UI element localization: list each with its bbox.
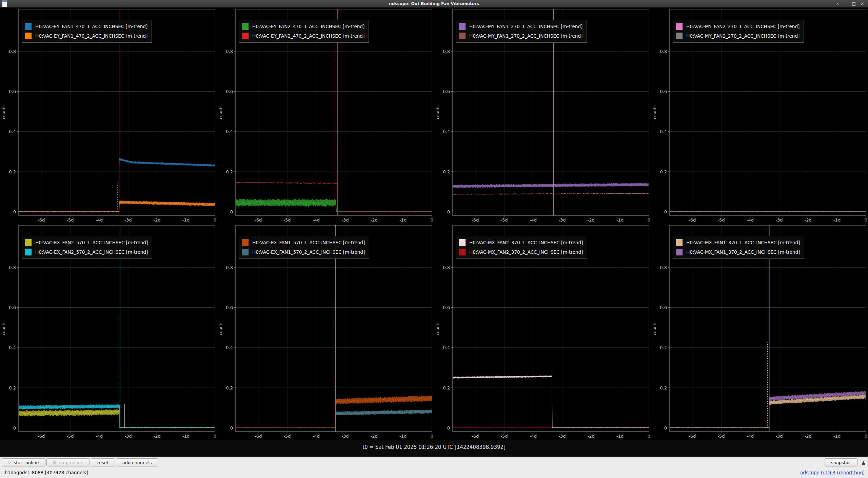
channel-name: H0:VAC-EX_FAN1_570_2_ACC_INCHSEC [m-tren… <box>252 249 365 255</box>
svg-text:0.8: 0.8 <box>443 265 450 270</box>
svg-text:-5d: -5d <box>717 434 725 439</box>
svg-text:0.6: 0.6 <box>9 305 16 310</box>
svg-text:counts: counts <box>218 322 223 335</box>
add-channels-button[interactable]: add channels <box>116 458 158 466</box>
svg-text:-3d: -3d <box>775 434 783 439</box>
svg-text:0.6: 0.6 <box>660 89 667 94</box>
legend-swatch-icon <box>459 239 466 246</box>
svg-text:-5d: -5d <box>283 217 291 223</box>
svg-text:-5d: -5d <box>500 434 508 439</box>
legend-entry: H0:VAC-MY_FAN2_270_2_ACC_INCHSEC [m-tren… <box>676 31 800 41</box>
svg-text:-6d: -6d <box>689 434 696 439</box>
minimize-window-icon[interactable]: − <box>844 0 847 7</box>
channel-name: H0:VAC-EY_FAN1_470_1_ACC_INCHSEC [m-tren… <box>35 24 147 29</box>
plot-7[interactable]: -6d-5d-4d-3d-2d-1d000.20.40.60.8countsH0… <box>434 224 651 440</box>
channel-name: H0:VAC-MX_FAN2_370_2_ACC_INCHSEC [m-tren… <box>469 249 583 255</box>
svg-text:0: 0 <box>230 425 233 431</box>
start-online-button[interactable]: ▷ start online <box>2 458 45 466</box>
svg-text:0.8: 0.8 <box>660 265 667 270</box>
svg-text:0: 0 <box>214 217 216 223</box>
svg-text:0.8: 0.8 <box>9 265 16 270</box>
close-window-icon[interactable]: ✕ <box>861 0 864 7</box>
plot-8[interactable]: -6d-5d-4d-3d-2d-1d000.20.40.60.8countsH0… <box>651 224 868 440</box>
title-bar[interactable]: ndscope: Out Building Fan Vibrometers ∧ … <box>0 0 868 8</box>
svg-text:0.4: 0.4 <box>443 345 450 350</box>
legend-swatch-icon <box>25 33 32 39</box>
legend-swatch-icon <box>676 239 683 246</box>
version-link[interactable]: 0.19.3 <box>821 470 835 475</box>
stop-online-button[interactable]: ■ stop online <box>46 458 90 466</box>
svg-text:-5d: -5d <box>66 434 74 439</box>
bottom-panel: ▷ start online ■ stop online reset add c… <box>0 457 868 478</box>
channel-name: H0:VAC-MX_FAN1_370_1_ACC_INCHSEC [m-tren… <box>686 240 800 245</box>
svg-text:0: 0 <box>13 425 16 431</box>
svg-text:0: 0 <box>664 425 667 431</box>
ndscope-link[interactable]: ndscope <box>800 470 820 475</box>
svg-text:0.6: 0.6 <box>9 89 16 94</box>
legend-plot-7[interactable]: H0:VAC-MX_FAN2_370_1_ACC_INCHSEC [m-tren… <box>456 236 587 259</box>
svg-text:0: 0 <box>865 217 867 223</box>
svg-text:counts: counts <box>1 322 6 335</box>
svg-text:0: 0 <box>664 209 667 214</box>
start-online-label: start online <box>14 460 39 465</box>
collapse-panel-icon[interactable]: ▲ <box>862 460 865 465</box>
channel-name: H0:VAC-MY_FAN2_270_1_ACC_INCHSEC [m-tren… <box>686 24 800 29</box>
svg-text:-4d: -4d <box>747 217 754 223</box>
legend-plot-4[interactable]: H0:VAC-MY_FAN2_270_1_ACC_INCHSEC [m-tren… <box>673 20 804 43</box>
shade-window-icon[interactable]: ∧ <box>836 0 839 7</box>
svg-text:-4d: -4d <box>313 217 320 223</box>
legend-swatch-icon <box>242 249 249 255</box>
svg-text:-3d: -3d <box>775 217 783 223</box>
legend-swatch-icon <box>676 249 683 255</box>
legend-swatch-icon <box>25 23 32 30</box>
svg-text:-1d: -1d <box>399 434 407 439</box>
legend-swatch-icon <box>676 33 683 39</box>
legend-entry: H0:VAC-MY_FAN1_270_2_ACC_INCHSEC [m-tren… <box>459 31 583 41</box>
channel-name: H0:VAC-MX_FAN1_370_2_ACC_INCHSEC [m-tren… <box>686 249 800 255</box>
plots-grid: -6d-5d-4d-3d-2d-1d000.20.40.60.8countsH0… <box>0 7 868 440</box>
svg-text:0.4: 0.4 <box>660 345 667 350</box>
svg-text:-4d: -4d <box>96 434 103 439</box>
svg-text:0.2: 0.2 <box>443 169 450 174</box>
svg-text:-5d: -5d <box>717 217 725 223</box>
svg-text:0.8: 0.8 <box>9 49 16 54</box>
svg-text:0: 0 <box>230 209 233 214</box>
plot-5[interactable]: -6d-5d-4d-3d-2d-1d000.20.40.60.8countsH0… <box>0 224 217 440</box>
legend-swatch-icon <box>242 239 249 246</box>
legend-plot-8[interactable]: H0:VAC-MX_FAN1_370_1_ACC_INCHSEC [m-tren… <box>673 236 804 259</box>
legend-plot-3[interactable]: H0:VAC-MY_FAN1_270_1_ACC_INCHSEC [m-tren… <box>456 20 587 43</box>
snapshot-button[interactable]: snapshot <box>825 458 857 466</box>
svg-text:-2d: -2d <box>371 217 378 223</box>
svg-text:-2d: -2d <box>588 434 595 439</box>
svg-text:0.6: 0.6 <box>660 305 667 310</box>
channel-name: H0:VAC-EY_FAN2_470_1_ACC_INCHSEC [m-tren… <box>252 24 364 29</box>
channel-name: H0:VAC-MY_FAN2_270_2_ACC_INCHSEC [m-tren… <box>686 33 800 39</box>
plot-6[interactable]: -6d-5d-4d-3d-2d-1d000.20.40.60.8countsH0… <box>217 224 434 440</box>
report-bug-link[interactable]: report bug <box>839 470 863 475</box>
svg-text:0: 0 <box>865 434 867 439</box>
svg-text:-6d: -6d <box>689 217 696 223</box>
legend-plot-5[interactable]: H0:VAC-EX_FAN2_570_1_ACC_INCHSEC [m-tren… <box>22 236 152 259</box>
svg-text:0: 0 <box>214 434 216 439</box>
plot-2[interactable]: -6d-5d-4d-3d-2d-1d000.20.40.60.8countsH0… <box>217 7 434 224</box>
ndscope-window: { "window": { "title": "ndscope: Out Bui… <box>0 0 868 478</box>
legend-entry: H0:VAC-EY_FAN1_470_2_ACC_INCHSEC [m-tren… <box>25 31 147 41</box>
legend-plot-1[interactable]: H0:VAC-EY_FAN1_470_1_ACC_INCHSEC [m-tren… <box>22 20 152 43</box>
svg-text:-3d: -3d <box>341 434 349 439</box>
reset-button[interactable]: reset <box>91 458 115 466</box>
maximize-window-icon[interactable]: □ <box>852 0 856 7</box>
toolbar: ▷ start online ■ stop online reset add c… <box>2 458 158 466</box>
plot-3[interactable]: -6d-5d-4d-3d-2d-1d000.20.40.60.8countsH0… <box>434 7 651 224</box>
play-icon: ▷ <box>8 460 11 465</box>
legend-plot-2[interactable]: H0:VAC-EY_FAN2_470_1_ACC_INCHSEC [m-tren… <box>239 20 369 43</box>
svg-text:0: 0 <box>431 217 433 223</box>
svg-text:-5d: -5d <box>66 217 74 223</box>
plot-4[interactable]: -6d-5d-4d-3d-2d-1d000.20.40.60.8countsH0… <box>651 7 868 224</box>
legend-plot-6[interactable]: H0:VAC-EX_FAN1_570_1_ACC_INCHSEC [m-tren… <box>239 236 369 259</box>
plot-1[interactable]: -6d-5d-4d-3d-2d-1d000.20.40.60.8countsH0… <box>0 7 217 224</box>
svg-text:-1d: -1d <box>182 217 190 223</box>
svg-text:-5d: -5d <box>500 217 508 223</box>
svg-text:0: 0 <box>431 434 433 439</box>
window-title: ndscope: Out Building Fan Vibrometers <box>0 1 868 6</box>
svg-text:-3d: -3d <box>124 434 132 439</box>
